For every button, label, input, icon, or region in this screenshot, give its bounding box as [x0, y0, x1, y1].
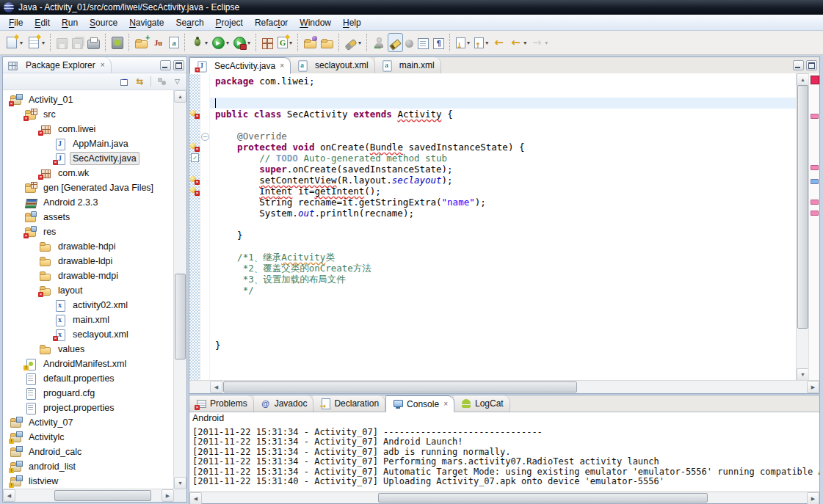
code-line-25[interactable]: } — [210, 340, 797, 351]
new-wizard-dropdown-arrow[interactable]: ▾ — [20, 40, 23, 46]
code-line-22[interactable] — [210, 307, 797, 318]
menu-help[interactable]: Help — [337, 16, 367, 29]
code-line-19[interactable]: *3、设置加载的布局文件 — [210, 274, 797, 285]
maximize-view-button[interactable] — [806, 60, 817, 70]
tree-item-secactivity-java[interactable]: ×SecActivity.java — [3, 151, 174, 166]
tree-item-default-properties[interactable]: default.properties — [3, 371, 174, 386]
scroll-left-icon[interactable]: ◀ — [210, 381, 222, 393]
error-marker-icon[interactable] — [190, 175, 199, 184]
tree-item-assets[interactable]: assets — [3, 210, 174, 224]
error-marker-icon[interactable] — [190, 186, 199, 195]
code-line-16[interactable] — [210, 241, 797, 252]
tree-item-res[interactable]: ×res — [3, 224, 174, 239]
search-button[interactable]: ▾ — [343, 33, 363, 52]
title-bar[interactable]: Java - Activity_01/src/com/liwei/SecActi… — [0, 0, 823, 15]
tree-item-android-calc[interactable]: Android_calc — [3, 445, 174, 459]
tree-item-layout[interactable]: ×layout — [3, 283, 174, 298]
tree-item-main-xml[interactable]: main.xml — [3, 313, 174, 327]
menu-file[interactable]: File — [3, 16, 29, 29]
code-line-13[interactable]: System.out.println(recname); — [210, 208, 797, 219]
console-content[interactable]: Android [2011-11-22 15:31:34 - Activity_… — [189, 412, 819, 503]
tree-item-appmain-java[interactable]: AppMain.java — [3, 136, 174, 151]
menu-search[interactable]: Search — [170, 16, 210, 29]
code-line-8[interactable]: // TODO Auto-generated method stub — [210, 153, 797, 164]
close-tab-icon[interactable]: × — [280, 62, 284, 70]
menu-refactor[interactable]: Refactor — [249, 16, 294, 29]
menu-project[interactable]: Project — [210, 16, 249, 29]
error-marker-icon[interactable] — [190, 109, 199, 118]
scrollbar-thumb[interactable] — [175, 274, 186, 359]
code-line-11[interactable]: Intent it=getIntent(); — [210, 186, 797, 197]
import-button[interactable] — [302, 33, 319, 52]
next-edit-location-button[interactable]: ▾ — [472, 33, 490, 52]
menu-edit[interactable]: Edit — [29, 16, 56, 29]
link-with-editor-icon[interactable] — [133, 75, 147, 88]
tree-item-drawable-hdpi[interactable]: drawable-hdpi — [3, 239, 174, 254]
console-horizontal-scrollbar[interactable]: ◀ ▶ — [189, 492, 819, 503]
tree-item-listview[interactable]: !listview — [3, 474, 174, 489]
focus-task-icon[interactable] — [155, 75, 169, 88]
menu-navigate[interactable]: Navigate — [123, 16, 170, 29]
tree-item-activitylc[interactable]: !Activitylc — [3, 430, 174, 445]
mark-occurrences-button[interactable] — [388, 33, 403, 52]
tree-item-project-properties[interactable]: project.properties — [3, 401, 174, 415]
tree-item-android-2-3-3[interactable]: Android 2.3.3 — [3, 195, 174, 210]
code-line-23[interactable] — [210, 318, 797, 329]
editor-horizontal-scrollbar[interactable]: ◀ ▶ — [189, 380, 819, 393]
tree-item-drawable-mdpi[interactable]: drawable-mdpi — [3, 269, 174, 283]
tree-item-drawable-ldpi[interactable]: drawable-ldpi — [3, 254, 174, 269]
new-java-dropdown-arrow[interactable]: ▾ — [42, 40, 45, 46]
next-edit-location-dropdown-arrow[interactable]: ▾ — [485, 40, 488, 46]
minimize-view-button[interactable] — [160, 60, 171, 70]
code-line-5[interactable] — [210, 120, 797, 131]
tab-seclayout-xml[interactable]: seclayout.xml — [291, 57, 375, 73]
scrollbar-thumb[interactable] — [54, 490, 151, 501]
new-java-button[interactable]: ▾ — [25, 33, 47, 52]
code-line-14[interactable] — [210, 219, 797, 230]
new-android-xml-button[interactable] — [167, 33, 181, 52]
code-editor[interactable]: package com.liwei;public class SecActivi… — [210, 73, 797, 381]
code-line-24[interactable] — [210, 329, 797, 340]
tab-declaration[interactable]: Declaration — [313, 395, 385, 412]
tree-item-android-list[interactable]: !android_list — [3, 459, 174, 474]
scrollbar-thumb[interactable] — [378, 493, 707, 503]
overview-error-indicator-icon[interactable] — [811, 76, 819, 84]
code-line-6[interactable]: @Override — [210, 131, 797, 142]
scroll-right-icon[interactable]: ▶ — [807, 492, 819, 504]
scroll-right-icon[interactable]: ▶ — [807, 381, 819, 393]
code-line-10[interactable]: setContentView(R.layout.seclayout); — [210, 175, 797, 186]
scroll-down-icon[interactable]: ▼ — [174, 477, 186, 489]
tab-secactivity-java[interactable]: ×SecActivity.java× — [189, 57, 291, 74]
back-dropdown-arrow[interactable]: ▾ — [523, 40, 526, 46]
code-line-18[interactable]: *2、覆盖父类的onCreate方法 — [210, 263, 797, 274]
code-line-15[interactable]: } — [210, 230, 797, 241]
code-line-21[interactable] — [210, 296, 797, 307]
package-explorer-view-tab[interactable]: Package Explorer × — [3, 57, 112, 73]
overview-marker[interactable] — [811, 211, 819, 216]
scroll-left-icon[interactable]: ◀ — [3, 489, 15, 502]
code-line-9[interactable]: super.onCreate(savedInstanceState); — [210, 164, 797, 175]
code-line-12[interactable]: String recname=it.getStringExtra("name")… — [210, 197, 797, 208]
tree-item-values[interactable]: values — [3, 342, 174, 357]
tree-item-com-wk[interactable]: ×com.wk — [3, 166, 174, 180]
run-dropdown-arrow[interactable]: ▾ — [226, 40, 229, 46]
code-line-3[interactable] — [210, 98, 797, 109]
new-android-project-button[interactable] — [133, 33, 150, 52]
scrollbar-thumb[interactable] — [797, 85, 808, 329]
run-external-button[interactable]: ▾ — [231, 33, 253, 52]
overview-marker[interactable] — [811, 165, 819, 170]
scroll-down-icon[interactable]: ▼ — [797, 368, 809, 381]
package-explorer-vertical-scrollbar[interactable]: ▲ ▼ — [173, 90, 186, 489]
overview-ruler[interactable] — [808, 73, 819, 381]
close-view-icon[interactable]: × — [101, 61, 105, 69]
view-menu-icon[interactable] — [170, 75, 184, 88]
tree-item-com-liwei[interactable]: ×com.liwei — [3, 122, 174, 136]
tree-item-seclayout-xml[interactable]: ×seclayout.xml — [3, 327, 174, 342]
scroll-up-icon[interactable]: ▲ — [797, 73, 809, 86]
toggle-breadcrumb-button[interactable] — [371, 33, 388, 52]
debug-button[interactable]: ▾ — [189, 33, 210, 52]
overview-marker[interactable] — [811, 179, 819, 184]
last-edit-location-button[interactable]: ▾ — [454, 33, 472, 52]
editor-content[interactable]: − package com.liwei;public class SecActi… — [189, 73, 819, 381]
export-button[interactable] — [319, 33, 336, 52]
